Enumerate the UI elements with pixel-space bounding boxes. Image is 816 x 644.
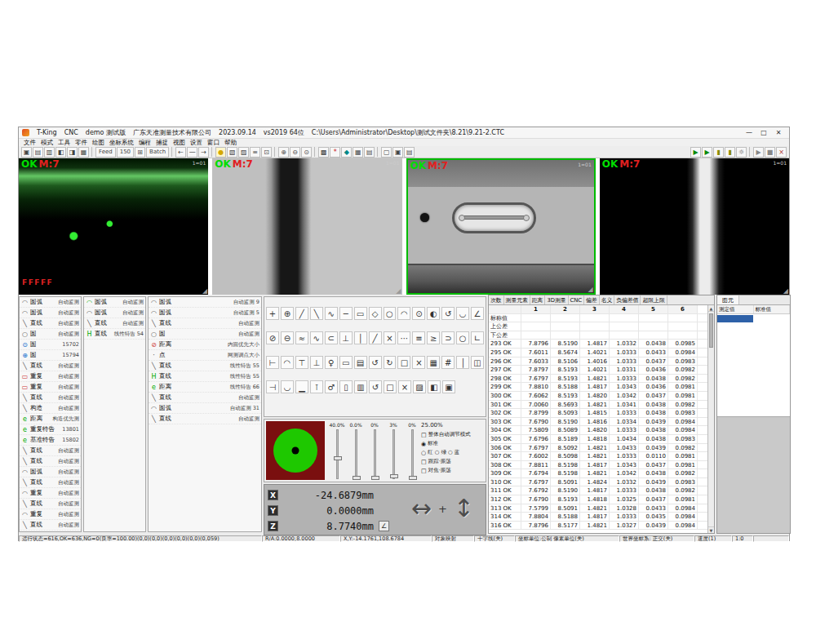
- results-data-row[interactable]: 295 OK7.60118.56741.40211.03330.04330.09…: [489, 349, 707, 358]
- tab-element[interactable]: 图元: [717, 295, 739, 304]
- camera-view-3-selected[interactable]: OKM:7 1=01 ◢: [406, 158, 596, 295]
- feature-list-item[interactable]: ◠圆弧自动监测: [84, 297, 145, 308]
- feature-list-item[interactable]: ◠重复自动监测: [20, 488, 81, 499]
- toolbox-tool-icon[interactable]: ◠: [281, 356, 294, 369]
- toolbox-tool-icon[interactable]: ⊃: [441, 331, 455, 344]
- toolbox-tool-icon[interactable]: ≥: [427, 331, 440, 344]
- results-data-row[interactable]: 301 OK7.00608.56931.48211.03410.04380.09…: [489, 401, 707, 410]
- results-data-row[interactable]: 304 OK7.58098.50891.48201.03330.04380.09…: [489, 426, 707, 435]
- menu-item-0[interactable]: 文件: [21, 139, 38, 147]
- toolbar-button-22[interactable]: ⊕: [278, 147, 289, 158]
- light-slider-thumb[interactable]: [390, 474, 398, 478]
- light-option[interactable]: ◉标准: [421, 439, 484, 448]
- toolbar-button-28[interactable]: ◆: [341, 147, 352, 158]
- feature-list-item[interactable]: e重复特告13801: [20, 424, 81, 435]
- menu-item-4[interactable]: 绘图: [90, 139, 107, 147]
- toolbar-button-0[interactable]: ▣: [21, 147, 32, 158]
- menu-item-2[interactable]: 工具: [55, 139, 73, 147]
- toolbox-tool-icon[interactable]: ▨: [413, 380, 426, 393]
- angle-display-button[interactable]: ∠: [379, 521, 389, 531]
- toolbox-tool-icon[interactable]: ∟: [471, 331, 484, 344]
- toolbox-tool-icon[interactable]: ◠: [397, 307, 410, 320]
- toolbar-button-19[interactable]: ≡: [250, 147, 260, 158]
- results-data-row[interactable]: 293 OK7.87968.51901.48171.03320.04380.09…: [489, 340, 707, 349]
- results-data-row[interactable]: 305 OK7.67968.51891.48181.04340.04380.09…: [489, 435, 707, 444]
- light-slider[interactable]: 3%: [388, 422, 399, 479]
- feature-list-item[interactable]: e距离线性特告 66: [149, 382, 261, 393]
- results-data-row[interactable]: 309 OK7.67948.51981.48211.03420.04380.09…: [489, 469, 707, 478]
- toolbox-tool-icon[interactable]: ▁: [295, 380, 308, 393]
- feature-list-item[interactable]: ╲直线自动监测: [20, 520, 81, 531]
- results-data-row[interactable]: 313 OK7.57998.50911.48211.03280.04330.09…: [489, 504, 707, 513]
- light-slider[interactable]: 40.0%: [331, 422, 343, 479]
- toolbox-tool-icon[interactable]: □: [384, 380, 397, 393]
- results-data-row[interactable]: 299 OK7.88108.51881.48171.03430.04360.09…: [489, 383, 707, 392]
- feature-list-item[interactable]: ◠圆弧自动监测 5: [149, 308, 261, 318]
- feature-list-item[interactable]: ○圆自动监测: [149, 329, 261, 340]
- toolbar-button-10[interactable]: Batch: [146, 147, 169, 158]
- feature-list-item[interactable]: ⊙圆15702: [20, 340, 81, 350]
- toolbox-tool-icon[interactable]: ×: [384, 331, 397, 344]
- feature-list-item[interactable]: ◠圆弧自动监测: [20, 308, 81, 318]
- menu-item-5[interactable]: 坐标系统: [107, 139, 136, 147]
- toolbar-button-20[interactable]: ⊡: [261, 147, 272, 158]
- results-data-row[interactable]: 307 OK7.60028.50981.48211.03330.01100.09…: [489, 452, 707, 461]
- toolbox-tool-icon[interactable]: ╲: [310, 307, 323, 320]
- menu-item-3[interactable]: 零件: [73, 139, 90, 147]
- results-tab-3[interactable]: 3D测量: [545, 295, 568, 304]
- feature-list-item[interactable]: ◠圆弧自动监测 9: [149, 297, 261, 308]
- toolbox-tool-icon[interactable]: ◫: [471, 356, 484, 369]
- toolbox-tool-icon[interactable]: ×: [398, 380, 411, 393]
- results-data-row[interactable]: 302 OK7.87998.50931.48151.03330.04380.09…: [489, 409, 707, 418]
- toolbox-tool-icon[interactable]: ≡: [412, 331, 425, 344]
- toolbar-button-44[interactable]: ×: [776, 147, 787, 158]
- toolbar-button-2[interactable]: ▥: [44, 147, 55, 158]
- toolbox-tool-icon[interactable]: ∿: [325, 307, 338, 320]
- toolbox-tool-icon[interactable]: ↺: [369, 356, 382, 369]
- light-slider[interactable]: 0%: [369, 422, 380, 479]
- results-data-row[interactable]: 314 OK7.88048.51881.48171.03330.04350.09…: [489, 513, 707, 522]
- results-data-row[interactable]: 312 OK7.67908.51931.48181.03250.04370.09…: [489, 495, 707, 504]
- toolbar-button-26[interactable]: ▩: [318, 147, 329, 158]
- toolbox-tool-icon[interactable]: ⋯: [397, 331, 410, 344]
- menu-item-7[interactable]: 捕捉: [153, 139, 171, 147]
- toolbar-button-30[interactable]: ▤: [364, 147, 375, 158]
- jog-y-arrow-icon[interactable]: ↕: [454, 496, 474, 521]
- toolbox-tool-icon[interactable]: #: [441, 356, 455, 369]
- feature-list-item[interactable]: H直线线性特告 55: [149, 371, 261, 382]
- toolbox-tool-icon[interactable]: □: [397, 356, 410, 369]
- toolbar-button-27[interactable]: *: [330, 147, 340, 158]
- feature-list-item[interactable]: ╲构造自动监测: [20, 403, 81, 414]
- toolbox-tool-icon[interactable]: ⊙: [412, 307, 425, 320]
- toolbox-tool-icon[interactable]: ◐: [427, 307, 440, 320]
- light-slider-track[interactable]: [392, 429, 395, 479]
- light-slider-thumb[interactable]: [409, 476, 417, 480]
- toolbar-button-12[interactable]: ←: [175, 147, 186, 158]
- toolbox-tool-icon[interactable]: ▯: [339, 380, 353, 393]
- toolbox-tool-icon[interactable]: ▤: [354, 356, 367, 369]
- feature-list-item[interactable]: e距离构造优先测: [20, 414, 81, 424]
- toolbar-button-8[interactable]: 150: [117, 147, 134, 158]
- feature-list-item[interactable]: ⊕圆15794: [20, 350, 81, 361]
- results-data-row[interactable]: 303 OK7.67908.51901.48161.03340.04390.09…: [489, 418, 707, 427]
- toolbar-button-42[interactable]: ▶: [753, 147, 764, 158]
- toolbox-tool-icon[interactable]: ○: [384, 307, 397, 320]
- toolbar-button-7[interactable]: Feed: [95, 147, 116, 158]
- results-data-row[interactable]: 310 OK7.67978.50911.48241.03320.04390.09…: [489, 478, 707, 487]
- light-slider-track[interactable]: [355, 429, 357, 479]
- toolbar-button-23[interactable]: ⊖: [290, 147, 300, 158]
- toolbar-button-5[interactable]: ▦: [78, 147, 89, 158]
- feature-list-item[interactable]: ▭重复自动监测: [20, 371, 81, 382]
- feature-list-item[interactable]: ╲直线自动监测: [20, 361, 81, 371]
- table-scrollbar[interactable]: ▲ ▼: [707, 305, 714, 533]
- toolbox-tool-icon[interactable]: ∿: [310, 331, 323, 344]
- toolbox-tool-icon[interactable]: ⊖: [281, 331, 294, 344]
- feature-list-item[interactable]: ◠圆弧自动监测 31: [149, 403, 261, 414]
- element-selected-cell[interactable]: [717, 315, 753, 322]
- results-tab-5[interactable]: 偏差: [584, 295, 600, 304]
- toolbox-tool-icon[interactable]: ⊺: [310, 380, 323, 393]
- toolbar-button-4[interactable]: ◨: [67, 147, 78, 158]
- toolbox-tool-icon[interactable]: ◧: [428, 380, 441, 393]
- toolbox-tool-icon[interactable]: ◡: [456, 307, 469, 320]
- camera-view-4[interactable]: OKM:7 1=01 ◢: [600, 158, 789, 295]
